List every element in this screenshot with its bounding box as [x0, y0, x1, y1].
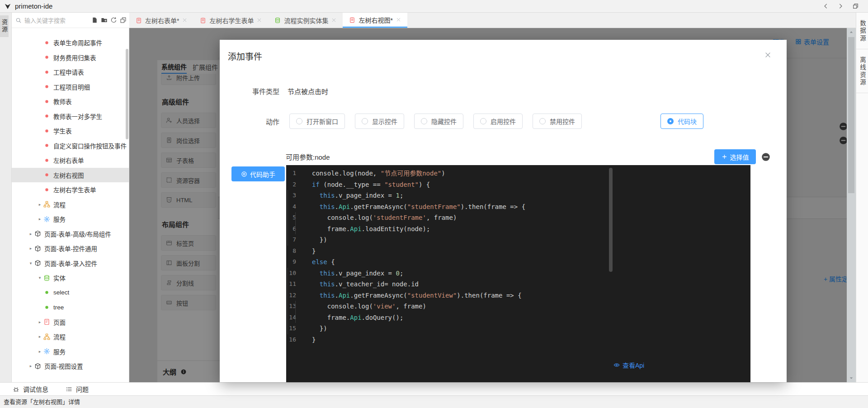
code-line[interactable]: } — [286, 334, 737, 346]
right-rail-tab[interactable]: 数据源 — [856, 13, 868, 49]
app-logo-icon — [4, 2, 12, 10]
remove-code-block-icon[interactable] — [761, 152, 770, 161]
tab-close-icon[interactable] — [396, 17, 401, 22]
code-line[interactable]: this.Api.getFrameAsync("studentView").th… — [286, 290, 737, 301]
editor-scrollbar[interactable] — [609, 168, 613, 272]
new-folder-icon[interactable] — [101, 17, 108, 24]
code-line[interactable]: console.log('view', frame) — [286, 301, 737, 312]
tree-item[interactable]: ▸服务 — [12, 212, 129, 227]
debug-info-button[interactable]: 调试信息 — [13, 384, 48, 394]
code-line[interactable]: this.v_teacher_id= node.id — [286, 279, 737, 290]
code-line[interactable]: frame.Api.doQuery(); — [286, 312, 737, 323]
tree-item[interactable]: ▸页面-表单-高级/布局组件 — [12, 227, 129, 242]
action-radio[interactable]: 显示控件 — [355, 114, 404, 129]
tree-item[interactable]: ▸服务 — [12, 344, 129, 359]
code-line[interactable]: else { — [286, 256, 737, 268]
tree-item[interactable]: 工程项目明细 — [12, 80, 129, 95]
action-row: 动作 打开新窗口显示控件隐藏控件启用控件禁用控件代码块 — [220, 114, 703, 129]
code-line[interactable]: }) — [286, 234, 737, 246]
problems-button[interactable]: 问题 — [66, 384, 89, 394]
code-line[interactable]: this.v_page_index = 0; — [286, 268, 737, 279]
search-input[interactable]: 输入关键字搜索 — [24, 16, 66, 24]
code-line[interactable]: console.log(node, "节点可用参数node") — [286, 168, 737, 179]
code-line[interactable]: }) — [286, 323, 737, 334]
code-line[interactable]: console.log('studentFrame', frame) — [286, 212, 737, 223]
scrollbar-thumb[interactable] — [848, 37, 854, 193]
editor-code[interactable]: console.log(node, "节点可用参数node")if (node.… — [286, 168, 737, 345]
action-radio[interactable]: 隐藏控件 — [414, 114, 463, 129]
tree-item[interactable]: ▸流程 — [12, 329, 129, 344]
page-icon — [43, 318, 50, 325]
tree-right-arrow-icon[interactable]: ▸ — [36, 320, 43, 324]
red-dot-icon — [43, 69, 50, 76]
editor-tab[interactable]: 左树右表单* — [129, 13, 193, 28]
action-radio[interactable]: 打开新窗口 — [289, 114, 345, 129]
code-line[interactable]: if (node.__type == "student") { — [286, 179, 737, 190]
tree-item[interactable]: 财务费用归集表 — [12, 50, 129, 65]
tab-bar: 左树右表单*左树右学生表单流程实例实体集左树右视图* — [129, 13, 856, 28]
tree-item[interactable]: select — [12, 285, 129, 300]
dialog-close-icon[interactable] — [764, 52, 771, 58]
tree-item[interactable]: ▸页面 — [12, 315, 129, 330]
tree-down-arrow-icon[interactable]: ▾ — [36, 275, 43, 280]
code-assistant-button[interactable]: 代码助手 — [231, 166, 285, 181]
action-radio-label: 禁用控件 — [550, 117, 575, 126]
select-value-button[interactable]: 选择值 — [714, 149, 756, 164]
tree-item[interactable]: ▸页面-表单-控件通用 — [12, 241, 129, 256]
nav-forward-icon[interactable] — [837, 3, 844, 9]
code-line[interactable]: this.v_page_index = 1; — [286, 190, 737, 201]
tree-right-arrow-icon[interactable]: ▸ — [36, 349, 43, 354]
tree-right-arrow-icon[interactable]: ▸ — [27, 246, 34, 251]
tree-right-arrow-icon[interactable]: ▸ — [36, 202, 43, 207]
new-resource-icon[interactable] — [91, 17, 98, 24]
tab-close-icon[interactable] — [331, 18, 336, 23]
tree-item[interactable]: 学生表 — [12, 123, 129, 138]
code-editor[interactable]: 12345678910111213141516 console.log(node… — [286, 165, 750, 382]
status-bar: 查看资源「左树右视图」详情 — [0, 395, 868, 408]
tree-scrollbar[interactable] — [126, 49, 128, 139]
refresh-icon[interactable] — [110, 17, 117, 24]
code-line[interactable]: frame.Api.loadEntity(node); — [286, 223, 737, 235]
tree-right-arrow-icon[interactable]: ▸ — [27, 232, 34, 236]
right-rail-tab[interactable]: 离线资源 — [856, 49, 868, 93]
tree-right-arrow-icon[interactable]: ▸ — [36, 334, 43, 339]
tree-item[interactable]: ▾页面-表单-录入控件 — [12, 256, 129, 271]
tree-item[interactable]: 表单生命周起事件 — [12, 35, 129, 50]
nav-back-icon[interactable] — [822, 3, 829, 9]
sidebar-tab-resources[interactable]: 资源 — [0, 15, 9, 37]
cube-icon — [34, 260, 41, 266]
action-radio[interactable]: 启用控件 — [473, 114, 523, 129]
scroll-up-icon[interactable] — [849, 29, 854, 35]
code-line[interactable]: } — [286, 246, 737, 257]
window-restore-icon[interactable] — [852, 3, 859, 9]
tree-right-arrow-icon[interactable]: ▸ — [27, 364, 34, 368]
main-scrollbar[interactable] — [847, 28, 856, 382]
tree-item[interactable]: ▸页面-视图设置 — [12, 359, 129, 374]
editor-tab[interactable]: 左树右视图* — [343, 13, 407, 28]
collapse-icon[interactable] — [120, 17, 127, 24]
params-label: 可用参数:node — [286, 152, 330, 161]
tree-item[interactable]: 左树右视图 — [12, 168, 129, 183]
tree-item[interactable]: 工程申请表 — [12, 65, 129, 80]
tree-item[interactable]: ▾实体 — [12, 270, 129, 285]
code-line[interactable]: this.Api.getFrameAsync("studentFrame").t… — [286, 201, 737, 213]
tree-item[interactable]: tree — [12, 300, 129, 315]
debug-info-label: 调试信息 — [23, 384, 48, 394]
tree-item[interactable]: 左树右表单 — [12, 153, 129, 168]
tree-right-arrow-icon[interactable]: ▸ — [36, 217, 43, 221]
action-radio[interactable]: 代码块 — [660, 114, 703, 129]
tree-down-arrow-icon[interactable]: ▾ — [27, 261, 34, 266]
tree-item[interactable]: 左树右学生表单 — [12, 182, 129, 197]
tree-item[interactable]: 自定义窗口操作按钮及事件 — [12, 138, 129, 153]
editor-tab[interactable]: 流程实例实体集 — [268, 13, 343, 28]
view-api-link[interactable]: 查看Api — [613, 361, 644, 370]
scroll-down-icon[interactable] — [849, 375, 854, 381]
tree-item[interactable]: 教师表 — [12, 94, 129, 109]
tab-close-icon[interactable] — [182, 18, 187, 23]
tree-item[interactable]: ▸流程 — [12, 197, 129, 212]
action-radio[interactable]: 禁用控件 — [533, 114, 582, 129]
tab-close-icon[interactable] — [257, 18, 262, 23]
tree-item[interactable]: 教师表一对多学生 — [12, 109, 129, 124]
editor-tab[interactable]: 左树右学生表单 — [193, 13, 268, 28]
radio-icon — [421, 118, 427, 124]
